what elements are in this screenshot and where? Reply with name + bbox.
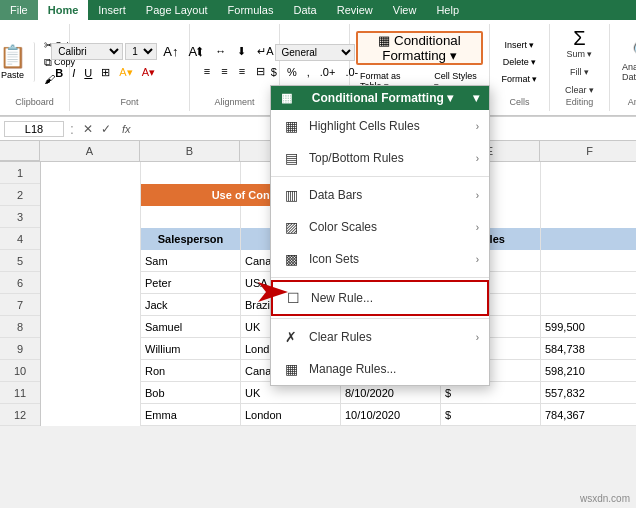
menu-item-databars[interactable]: ▥ Data Bars ›	[271, 179, 489, 211]
name-box[interactable]	[4, 121, 64, 137]
cell-b10[interactable]: Ron	[141, 360, 241, 382]
cell-f3[interactable]	[541, 206, 636, 228]
cell-f8[interactable]: 599,500	[541, 316, 636, 338]
fill-color-button[interactable]: A▾	[115, 64, 136, 81]
menu-item-topbottom[interactable]: ▤ Top/Bottom Rules ›	[271, 142, 489, 174]
cell-a8[interactable]	[41, 316, 141, 338]
cell-b5[interactable]: Sam	[141, 250, 241, 272]
cell-f7[interactable]	[541, 294, 636, 316]
font-size-select[interactable]: 11	[125, 43, 157, 60]
cell-f1[interactable]	[541, 162, 636, 184]
col-header-a[interactable]: A	[40, 141, 140, 161]
cell-a7[interactable]	[41, 294, 141, 316]
tab-data[interactable]: Data	[283, 0, 326, 20]
cell-f12[interactable]: 784,367	[541, 404, 636, 426]
cell-f10[interactable]: 598,210	[541, 360, 636, 382]
cell-a11[interactable]	[41, 382, 141, 404]
tab-help[interactable]: Help	[426, 0, 469, 20]
cell-c12[interactable]: London	[241, 404, 341, 426]
cell-b11[interactable]: Bob	[141, 382, 241, 404]
row-num-1[interactable]: 1	[0, 162, 40, 184]
cell-b8[interactable]: Samuel	[141, 316, 241, 338]
menu-item-highlight[interactable]: ▦ Highlight Cells Rules ›	[271, 110, 489, 142]
number-format-select[interactable]: General	[275, 44, 355, 61]
cell-a4[interactable]	[41, 228, 141, 250]
tab-home[interactable]: Home	[38, 0, 89, 20]
cell-a9[interactable]	[41, 338, 141, 360]
font-name-select[interactable]: Calibri	[51, 43, 123, 60]
align-right-button[interactable]: ≡	[235, 63, 249, 80]
cell-e12[interactable]: $	[441, 404, 541, 426]
cell-e2[interactable]	[541, 184, 636, 206]
delete-button[interactable]: Delete ▾	[499, 55, 541, 69]
clear-button[interactable]: Clear ▾	[559, 82, 600, 97]
currency-button[interactable]: $	[267, 64, 281, 80]
cell-a10[interactable]	[41, 360, 141, 382]
bold-button[interactable]: B	[51, 65, 67, 81]
tab-view[interactable]: View	[383, 0, 427, 20]
row-num-12[interactable]: 12	[0, 404, 40, 426]
format-button[interactable]: Format ▾	[497, 72, 541, 86]
cell-f5[interactable]	[541, 250, 636, 272]
row-num-10[interactable]: 10	[0, 360, 40, 382]
sum-button[interactable]: Σ Sum ▾	[559, 26, 599, 61]
align-bottom-button[interactable]: ⬇	[233, 43, 250, 60]
cell-a12[interactable]	[41, 404, 141, 426]
cell-b4[interactable]: Salesperson	[141, 228, 241, 250]
row-num-9[interactable]: 9	[0, 338, 40, 360]
tab-page-layout[interactable]: Page Layout	[136, 0, 218, 20]
increase-font-button[interactable]: A↑	[159, 42, 182, 61]
align-center-button[interactable]: ≡	[217, 63, 231, 80]
tab-review[interactable]: Review	[327, 0, 383, 20]
align-top-button[interactable]: ⬆	[191, 43, 208, 60]
increase-decimal-button[interactable]: .0+	[316, 64, 340, 80]
cell-f11[interactable]: 557,832	[541, 382, 636, 404]
row-num-7[interactable]: 7	[0, 294, 40, 316]
row-num-2[interactable]: 2	[0, 184, 40, 206]
italic-button[interactable]: I	[68, 65, 79, 81]
confirm-formula-icon[interactable]: ✓	[98, 122, 114, 136]
cell-a2[interactable]	[41, 184, 141, 206]
cell-f6[interactable]	[541, 272, 636, 294]
cell-b3[interactable]	[141, 206, 241, 228]
row-num-3[interactable]: 3	[0, 206, 40, 228]
menu-item-colorscales[interactable]: ▨ Color Scales ›	[271, 211, 489, 243]
menu-item-iconsets[interactable]: ▩ Icon Sets ›	[271, 243, 489, 275]
percent-button[interactable]: %	[283, 64, 301, 80]
tab-insert[interactable]: Insert	[88, 0, 136, 20]
col-header-f[interactable]: F	[540, 141, 636, 161]
comma-button[interactable]: ,	[303, 64, 314, 80]
font-color-button[interactable]: A▾	[138, 64, 159, 81]
paste-button[interactable]: 📋 Paste	[0, 42, 35, 82]
row-num-5[interactable]: 5	[0, 250, 40, 272]
col-header-b[interactable]: B	[140, 141, 240, 161]
cell-b12[interactable]: Emma	[141, 404, 241, 426]
cell-d12[interactable]: 10/10/2020	[341, 404, 441, 426]
menu-item-newrule[interactable]: ☐ New Rule...	[271, 280, 489, 316]
align-middle-button[interactable]: ↔	[211, 43, 230, 60]
row-num-6[interactable]: 6	[0, 272, 40, 294]
analyze-data-button[interactable]: 🔍 Analyze Data	[616, 39, 636, 84]
cell-a1[interactable]	[41, 162, 141, 184]
conditional-formatting-button[interactable]: ▦ Conditional Formatting ▾	[356, 31, 483, 65]
row-num-4[interactable]: 4	[0, 228, 40, 250]
cancel-formula-icon[interactable]: ✕	[80, 122, 96, 136]
insert-button[interactable]: Insert ▾	[500, 38, 538, 52]
menu-item-managerules[interactable]: ▦ Manage Rules...	[271, 353, 489, 385]
cell-f4[interactable]	[541, 228, 636, 250]
cell-b7[interactable]: Jack	[141, 294, 241, 316]
cell-b9[interactable]: Willium	[141, 338, 241, 360]
border-button[interactable]: ⊞	[97, 64, 114, 81]
cell-b6[interactable]: Peter	[141, 272, 241, 294]
row-num-8[interactable]: 8	[0, 316, 40, 338]
cell-a3[interactable]	[41, 206, 141, 228]
cell-a5[interactable]	[41, 250, 141, 272]
menu-item-clearrules[interactable]: ✗ Clear Rules ›	[271, 321, 489, 353]
cell-a6[interactable]	[41, 272, 141, 294]
cell-f9[interactable]: 584,738	[541, 338, 636, 360]
tab-formulas[interactable]: Formulas	[218, 0, 284, 20]
align-left-button[interactable]: ≡	[200, 63, 214, 80]
row-num-11[interactable]: 11	[0, 382, 40, 404]
fill-button[interactable]: Fill ▾	[559, 64, 599, 79]
tab-file[interactable]: File	[0, 0, 38, 20]
